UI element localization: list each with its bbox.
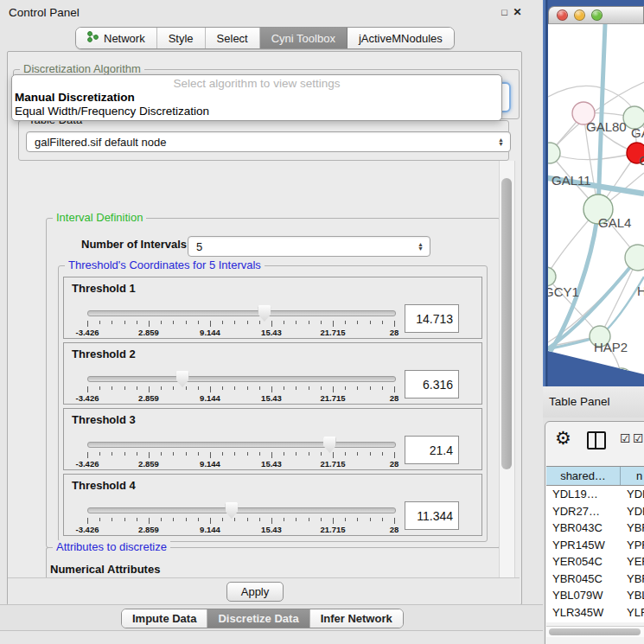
slider-tick (137, 518, 137, 521)
threshold-value-box[interactable]: 14.713 (405, 304, 459, 333)
table-header-row: shared…n (546, 466, 644, 486)
table-row[interactable]: YBR045CYBR0 (546, 571, 644, 588)
main-vertical-scrollbar[interactable] (499, 161, 515, 577)
slider-track[interactable] (87, 507, 396, 513)
network-node[interactable] (543, 267, 556, 286)
threshold-label: Threshold 4 (72, 479, 136, 492)
panel-title: Control Panel (9, 6, 80, 19)
slider-thumb[interactable] (323, 437, 336, 453)
table-data-combobox[interactable]: galFiltered.sif default node ▲▼ (26, 131, 511, 152)
slider-tick (234, 518, 235, 521)
tab-impute-data[interactable]: Impute Data (122, 609, 207, 628)
network-node[interactable] (611, 368, 632, 386)
threshold-slider[interactable]: -3.4262.8599.14415.4321.71528 (87, 306, 394, 337)
float-window-icon[interactable]: □ (499, 7, 510, 18)
network-node-label: GCY1 (544, 284, 579, 299)
table-row[interactable]: YBR043CYBR0 (546, 520, 644, 537)
table-row[interactable]: YDL19…YDL1 (546, 486, 644, 503)
tab-cyni-toolbox[interactable]: Cyni Toolbox (260, 28, 348, 48)
slider-tick-label: 21.715 (320, 328, 345, 337)
combo-stepper-icon: ▲▼ (418, 242, 424, 251)
network-canvas[interactable]: GAL80GACGAL11GAL4GCY1HHAP2 (543, 0, 644, 386)
table-cell: YIL0 (621, 621, 644, 622)
checkbox-checked-icon[interactable]: ☑ (633, 431, 644, 445)
slider-tick (333, 386, 334, 392)
slider-thumb[interactable] (225, 502, 238, 519)
tab-select[interactable]: Select (206, 28, 260, 48)
table-header-cell[interactable]: n (621, 467, 644, 485)
slider-tick (382, 518, 383, 521)
table-horizontal-scrollbar[interactable] (546, 626, 644, 637)
tab-discretize-data[interactable]: Discretize Data (207, 609, 309, 628)
slider-tick (309, 321, 309, 324)
slider-tick (370, 386, 371, 390)
slider-tick-label: 9.144 (200, 393, 220, 403)
slider-tick-label: 15.43 (261, 459, 282, 469)
south-strip: Apply (8, 577, 520, 604)
combo-stepper-icon: ▲▼ (498, 137, 504, 146)
popup-option-manual-discretization[interactable]: Manual Discretization (15, 91, 135, 104)
slider-tick (161, 321, 162, 324)
table-row[interactable]: YPR145WYPR1 (546, 537, 644, 554)
network-node-label: GAL80 (586, 119, 627, 134)
table-data-combo-value: galFiltered.sif default node (35, 136, 166, 149)
popup-option-equal-width-frequency[interactable]: Equal Width/Frequency Discretization (15, 105, 209, 118)
threshold-panel: Threshold 2-3.4262.8599.14415.4321.71528… (63, 342, 482, 405)
checkbox-checked-icon[interactable]: ☑ (620, 431, 631, 445)
number-of-intervals-combobox[interactable]: 5 ▲▼ (188, 236, 430, 257)
slider-tick (173, 452, 174, 456)
slider-tick (99, 386, 100, 390)
slider-track[interactable] (87, 310, 396, 316)
slider-tick (370, 452, 371, 456)
table-row[interactable]: YBL079WYBL0 (546, 587, 644, 604)
slider-tick (149, 386, 150, 392)
table-data-fieldset: Table Data galFiltered.sif default node … (18, 120, 509, 161)
tab-style[interactable]: Style (157, 28, 206, 48)
apply-button[interactable]: Apply (226, 582, 284, 602)
tab-network[interactable]: Network (76, 28, 157, 48)
table-hscrollbar-thumb[interactable] (549, 628, 641, 635)
threshold-value-box[interactable]: 6.316 (405, 370, 459, 399)
slider-tick (296, 321, 296, 324)
tab-jactivemnodules[interactable]: jActiveMNodules (348, 28, 454, 48)
threshold-value-box[interactable]: 21.4 (405, 436, 459, 464)
slider-thumb[interactable] (176, 371, 189, 387)
table-header-cell[interactable]: shared… (546, 467, 621, 485)
slider-tick (173, 321, 174, 324)
network-node[interactable] (543, 143, 560, 163)
table-row[interactable]: YLR345WYLR3 (546, 604, 644, 622)
slider-track[interactable] (87, 376, 396, 382)
threshold-value-box[interactable]: 11.344 (405, 501, 459, 530)
threshold-slider[interactable]: -3.4262.8599.14415.4321.71528 (87, 437, 394, 469)
slider-tick (112, 518, 112, 521)
tab-infer-network[interactable]: Infer Network (310, 609, 403, 628)
slider-tick (296, 386, 296, 390)
main-scrollbar-thumb[interactable] (501, 178, 512, 469)
slider-tick (99, 321, 100, 324)
table-row[interactable]: YDR27…YDR2 (546, 503, 644, 520)
table-cell: YER0 (621, 553, 644, 571)
number-of-intervals-value: 5 (196, 240, 202, 253)
slider-tick (357, 386, 358, 390)
columns-icon[interactable] (587, 431, 606, 450)
slider-tick (309, 452, 309, 456)
network-node-label: H (637, 284, 644, 298)
threshold-panel: Threshold 4-3.4262.8599.14415.4321.71528… (63, 474, 482, 536)
slider-tick (161, 452, 162, 456)
slider-tick (309, 518, 309, 521)
slider-tick (99, 518, 100, 521)
threshold-slider[interactable]: -3.4262.8599.14415.4321.71528 (87, 503, 394, 534)
slider-tick (345, 518, 346, 521)
slider-track[interactable] (87, 442, 396, 448)
table-row[interactable]: YER054CYER0 (546, 553, 644, 571)
close-panel-icon[interactable]: ✕ (512, 7, 523, 18)
threshold-slider[interactable]: -3.4262.8599.14415.4321.71528 (87, 372, 394, 403)
gear-icon[interactable]: ⚙ (555, 428, 571, 449)
bottom-tab-strip: Impute Data Discretize Data Infer Networ… (0, 604, 543, 631)
slider-tick-label: -3.426 (76, 393, 99, 403)
slider-tick-label: 15.43 (261, 525, 282, 534)
slider-tick (198, 518, 199, 521)
table-row[interactable]: YIL052CYIL0 (546, 621, 644, 622)
slider-thumb[interactable] (258, 305, 271, 322)
slider-tick (99, 452, 100, 456)
